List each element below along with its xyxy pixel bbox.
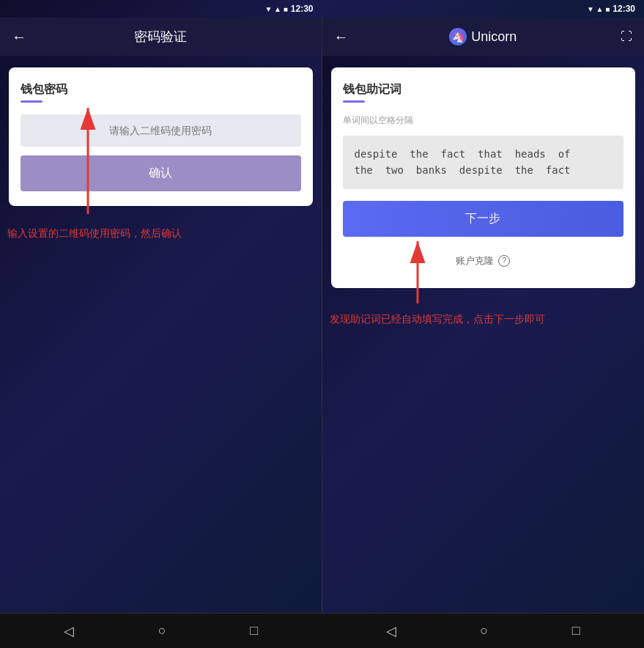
right-card-title: 钱包助记词 (343, 82, 624, 97)
left-home-nav[interactable]: ○ (158, 623, 166, 638)
left-screen-title: 密码验证 (134, 28, 187, 45)
right-red-arrow (381, 234, 454, 307)
left-status-icons: ▼ ▲ ■ (264, 5, 287, 13)
left-back-nav[interactable]: ◁ (64, 623, 74, 639)
left-back-button[interactable]: ← (12, 29, 26, 45)
left-app-header: ← 密码验证 (0, 18, 322, 56)
account-clone-label: 账户克隆 (456, 254, 494, 268)
left-status-time: 12:30 (291, 4, 314, 14)
right-recents-nav[interactable]: □ (572, 623, 580, 638)
left-annotation-text: 输入设置的二维码使用密码，然后确认 (7, 225, 182, 241)
unicorn-logo: 🦄 Unicorn (449, 28, 517, 45)
right-screen-title: Unicorn (471, 29, 517, 45)
right-card-underline (343, 100, 365, 103)
unicorn-icon: 🦄 (449, 28, 467, 45)
left-annotation-area: 输入设置的二维码使用密码，然后确认 (0, 218, 322, 613)
right-status-time: 12:30 (612, 4, 635, 14)
right-phone-screen: ← 🦄 Unicorn ⛶ 钱包助记词 单词间以空格分隔 despite the… (322, 18, 645, 613)
right-card: 钱包助记词 单词间以空格分隔 despite the fact that hea… (331, 67, 636, 288)
help-icon[interactable]: ? (498, 255, 510, 267)
left-card-underline (21, 100, 42, 103)
mnemonic-textarea[interactable]: despite the fact that heads of the two b… (343, 136, 624, 189)
right-status-icons: ▼ ▲ ■ (587, 5, 610, 13)
right-annotation-text: 发现助记词已经自动填写完成，点击下一步即可 (330, 311, 545, 327)
next-step-button[interactable]: 下一步 (343, 201, 624, 237)
right-home-nav[interactable]: ○ (480, 623, 488, 638)
left-bottom-nav: ◁ ○ □ (0, 613, 322, 648)
left-recents-nav[interactable]: □ (250, 623, 258, 638)
left-red-arrow (44, 100, 132, 218)
right-back-button[interactable]: ← (334, 29, 349, 45)
right-back-nav[interactable]: ◁ (386, 623, 396, 639)
right-app-header: ← 🦄 Unicorn ⛶ (322, 18, 645, 56)
mnemonic-subtitle: 单词间以空格分隔 (343, 114, 624, 127)
left-phone-screen: ← 密码验证 钱包密码 确认 输入设置的二维码使用密码，然后确认 (0, 18, 322, 613)
right-bottom-nav: ◁ ○ □ (322, 613, 645, 648)
left-card-title: 钱包密码 (21, 82, 301, 97)
right-annotation-area: 发现助记词已经自动填写完成，点击下一步即可 (322, 300, 645, 613)
expand-button[interactable]: ⛶ (621, 30, 632, 43)
